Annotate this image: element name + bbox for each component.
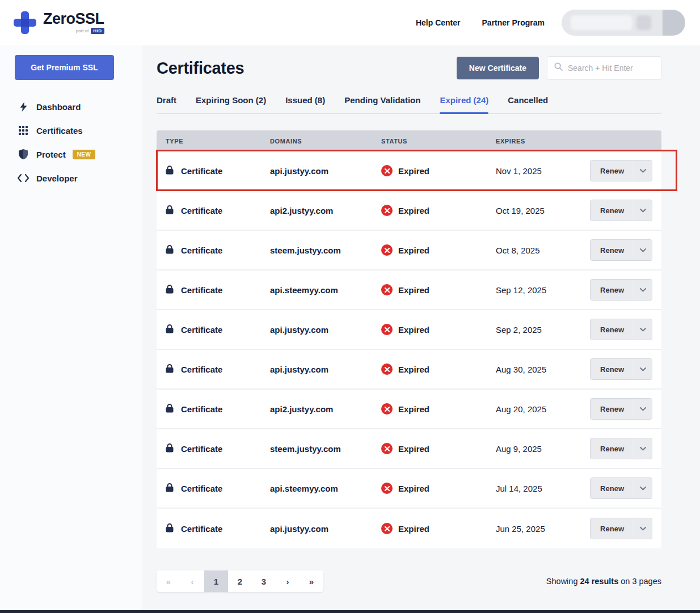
renew-dropdown-button[interactable] [634,240,652,260]
blurred-account-text [571,15,632,30]
last-page-button[interactable]: » [300,570,323,592]
renew-button[interactable]: Renew [591,280,634,300]
tabs: DraftExpiring Soon (2)Issued (8)Pending … [157,95,661,114]
certificate-expires: Aug 20, 2025 [496,404,546,414]
page-3-button[interactable]: 3 [252,570,276,592]
lock-icon [166,244,174,256]
lightning-icon [17,102,29,112]
hid-logo: HID [91,28,104,34]
search-input[interactable] [568,64,654,73]
code-icon [17,174,29,182]
lock-icon [166,284,174,296]
prev-page-button[interactable]: ‹ [180,570,204,592]
page-2-button[interactable]: 2 [228,570,252,592]
top-nav: Help Center Partner Program [416,18,545,27]
sidebar-item-label: Developer [36,174,78,183]
renew-button[interactable]: Renew [591,200,634,221]
renew-button[interactable]: Renew [591,518,634,539]
logo-subtext: part of [76,28,89,33]
new-certificate-button[interactable]: New Certificate [457,57,539,79]
certificate-expires: Oct 8, 2025 [496,246,540,255]
renew-dropdown-button[interactable] [634,280,652,300]
tab-cancelled[interactable]: Cancelled [508,95,548,113]
pagination: «‹123›» [157,570,323,592]
certificate-expires: Oct 19, 2025 [496,206,545,215]
certificate-type: Certificate [181,444,222,454]
certificate-domain: steem.justyy.com [270,444,341,454]
chevron-down-icon [640,447,646,451]
first-page-button[interactable]: « [157,570,180,592]
certificate-domain: api.steemyy.com [270,285,338,295]
renew-dropdown-button[interactable] [634,438,652,459]
certificate-domain: api.justyy.com [270,325,328,335]
partner-program-link[interactable]: Partner Program [482,18,545,27]
certificate-expires: Jun 25, 2025 [496,524,545,534]
certificate-row[interactable]: Certificate api2.justyy.com Expired Oct … [157,191,661,231]
lock-icon [166,483,174,494]
renew-dropdown-button[interactable] [634,319,652,340]
renew-dropdown-button[interactable] [634,518,652,539]
results-prefix: Showing [546,577,580,586]
main-content: Certificates New Certificate DraftExpiri… [142,45,700,613]
renew-dropdown-button[interactable] [634,200,652,221]
shield-icon [17,149,29,159]
tab-draft[interactable]: Draft [157,95,176,113]
certificate-expires: Aug 9, 2025 [496,444,542,454]
renew-button[interactable]: Renew [591,438,634,459]
column-header-domains: DOMAINS [270,138,381,145]
tab-expiring-soon-2[interactable]: Expiring Soon (2) [196,95,266,113]
logo-text: ZeroSSL [43,11,104,27]
zerossl-logo[interactable]: ZeroSSL part of HID [14,11,104,34]
help-center-link[interactable]: Help Center [416,18,461,27]
renew-button[interactable]: Renew [591,160,634,181]
certificate-row[interactable]: Certificate steem.justyy.com Expired Oct… [157,231,661,270]
renew-dropdown-button[interactable] [634,160,652,181]
certificate-row[interactable]: Certificate api2.justyy.com Expired Aug … [157,390,661,429]
renew-button[interactable]: Renew [591,240,634,260]
lock-icon [166,324,174,336]
certificate-row[interactable]: Certificate api.justyy.com Expired Jun 2… [157,509,661,548]
chevron-down-icon [640,248,646,252]
renew-button[interactable]: Renew [591,399,634,419]
get-premium-ssl-button[interactable]: Get Premium SSL [15,55,114,80]
tab-issued-8[interactable]: Issued (8) [285,95,325,113]
sidebar-item-dashboard[interactable]: Dashboard [0,95,142,119]
certificate-row[interactable]: Certificate api.justyy.com Expired Nov 1… [157,151,661,191]
renew-button[interactable]: Renew [591,478,634,498]
sidebar-item-certificates[interactable]: Certificates [0,119,142,142]
certificate-row[interactable]: Certificate steem.justyy.com Expired Aug… [157,429,661,469]
search-box[interactable] [547,56,661,80]
tab-expired-24[interactable]: Expired (24) [440,95,488,113]
certificate-domain: api.steemyy.com [270,484,338,493]
renew-dropdown-button[interactable] [634,478,652,498]
renew-button-group: Renew [590,398,652,420]
next-page-button[interactable]: › [276,570,300,592]
lock-icon [166,205,174,217]
sidebar-item-protect[interactable]: Protect NEW [0,142,142,166]
renew-button[interactable]: Renew [591,359,634,379]
chevron-down-icon [640,169,646,173]
account-area-blurred[interactable] [562,10,685,36]
certificate-expires: Nov 1, 2025 [496,166,542,176]
page-1-button[interactable]: 1 [204,570,228,592]
sidebar-item-developer[interactable]: Developer [0,166,142,190]
chevron-down-icon [640,209,646,213]
renew-button[interactable]: Renew [591,319,634,340]
expired-status-icon [381,205,393,216]
sidebar-item-label: Protect [36,150,66,159]
certificate-row[interactable]: Certificate api.justyy.com Expired Aug 3… [157,350,661,390]
certificate-row[interactable]: Certificate api.justyy.com Expired Sep 2… [157,310,661,350]
certificates-table: TYPE DOMAINS STATUS EXPIRES Certificate … [157,130,661,548]
expired-status-icon [381,284,393,295]
expired-status-icon [381,244,393,256]
sidebar-nav: Dashboard Certificates [0,95,142,190]
certificate-domain: api2.justyy.com [270,206,333,215]
renew-dropdown-button[interactable] [634,359,652,379]
renew-dropdown-button[interactable] [634,399,652,419]
blurred-account-block [636,15,651,30]
certificate-type: Certificate [181,365,222,374]
tab-pending-validation[interactable]: Pending Validation [344,95,420,113]
certificate-row[interactable]: Certificate api.steemyy.com Expired Jul … [157,469,661,509]
certificate-row[interactable]: Certificate api.steemyy.com Expired Sep … [157,270,661,310]
certificate-status: Expired [398,285,429,295]
